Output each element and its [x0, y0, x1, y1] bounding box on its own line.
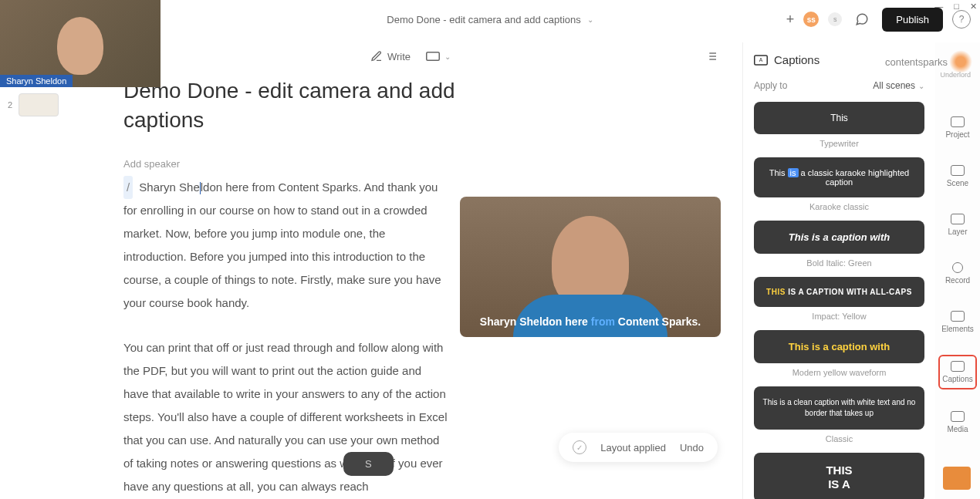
captions-icon: A	[754, 55, 768, 66]
check-icon: ✓	[573, 440, 586, 454]
keyboard-hint: S	[343, 452, 394, 476]
project-title-dropdown[interactable]: Demo Done - edit camera and add captions…	[387, 14, 593, 25]
caption-style-modern[interactable]: This is a caption with	[754, 330, 924, 363]
caption-style-bold-italic[interactable]: This is a caption with	[754, 221, 924, 254]
add-speaker-button[interactable]: Add speaker	[123, 158, 733, 170]
caption-style-karaoke[interactable]: This is a classic karaoke highlighted ca…	[754, 157, 924, 197]
svg-text:A: A	[759, 57, 763, 62]
rail-captions[interactable]: Captions	[938, 355, 977, 389]
apply-to-label: Apply to	[754, 80, 787, 91]
layout-toast: ✓ Layout applied Undo	[559, 433, 718, 462]
help-icon[interactable]: ?	[952, 10, 971, 29]
style-label: Modern yellow waveform	[754, 368, 924, 377]
transcript-segment[interactable]: ldon here from Content Sparks. And thank…	[123, 180, 441, 309]
style-label: Typewriter	[754, 139, 924, 148]
rail-elements[interactable]: Elements	[938, 306, 977, 338]
spark-icon	[949, 50, 972, 73]
brand-logo: contentsparks	[885, 50, 972, 73]
caption-style-impact[interactable]: THIS IS A CAPTION WITH ALL-CAPS	[754, 277, 924, 307]
avatar-secondary[interactable]: s	[828, 12, 842, 26]
chat-icon[interactable]	[851, 8, 873, 30]
rail-project[interactable]: Project	[938, 112, 977, 143]
undo-button[interactable]: Undo	[680, 442, 704, 453]
transcript[interactable]: / Sharyn Sheldon here from Content Spark…	[123, 176, 448, 498]
caption-highlight: from	[591, 315, 618, 328]
right-rail: Project Scene Layer Record Elements Capt…	[935, 42, 980, 499]
selector-value: All scenes	[873, 80, 915, 91]
media-icon	[951, 411, 965, 422]
subscribe-badge[interactable]	[943, 467, 971, 490]
project-icon	[951, 116, 965, 127]
scene-image	[19, 93, 59, 116]
caption-style-classic[interactable]: This is a clean caption with white text …	[754, 386, 924, 430]
rail-scene[interactable]: Scene	[938, 160, 977, 192]
rail-layer[interactable]: Layer	[938, 209, 977, 241]
brand-sub: Underlord	[940, 71, 971, 79]
scene-thumbnail[interactable]: 2	[8, 93, 153, 116]
caption-style-typewriter[interactable]: This	[754, 102, 924, 134]
face-placeholder	[57, 17, 103, 75]
transcript-segment[interactable]: You can print that off or just read thro…	[123, 336, 448, 498]
caption-text: Content Sparks.	[618, 315, 701, 328]
record-icon	[952, 262, 963, 273]
captions-panel: A Captions Apply to All scenes ⌄ This Ty…	[742, 42, 935, 499]
scene-icon	[951, 165, 965, 176]
scenes-selector[interactable]: All scenes ⌄	[873, 80, 924, 91]
write-tool[interactable]: Write	[370, 50, 411, 62]
editor-toolbar: Write ⌄	[108, 42, 733, 76]
caption-overlay: Sharyn Sheldon here from Content Sparks.	[480, 315, 701, 328]
style-label: Impact: Yellow	[754, 312, 924, 321]
avatar[interactable]: ss	[803, 12, 819, 27]
style-label: Bold Italic: Green	[754, 258, 924, 268]
chevron-down-icon: ⌄	[918, 82, 924, 90]
style-label: Karaoke classic	[754, 202, 924, 211]
publish-button[interactable]: Publish	[882, 8, 943, 32]
rail-media[interactable]: Media	[938, 406, 977, 438]
left-panel: Sharyn Sheldon 2	[0, 0, 161, 123]
svg-rect-0	[427, 52, 440, 61]
toast-message: Layout applied	[600, 442, 666, 453]
transcript-segment[interactable]: Sharyn She	[139, 180, 199, 194]
caption-text: Sharyn Sheldon here	[480, 315, 591, 328]
list-tool[interactable]	[705, 50, 718, 62]
speaker-name-label: Sharyn Sheldon	[0, 75, 73, 87]
caption-style-two-words[interactable]: THIS IS A	[754, 453, 924, 499]
video-preview[interactable]: Sharyn Sheldon here from Content Sparks.	[460, 197, 721, 337]
style-label: Classic	[754, 434, 924, 443]
camera-preview[interactable]: Sharyn Sheldon	[0, 0, 161, 87]
captions-icon	[951, 361, 965, 372]
elements-icon	[951, 311, 965, 322]
write-label: Write	[387, 51, 411, 62]
apply-to-row: Apply to All scenes ⌄	[754, 80, 924, 91]
marker-icon: /	[123, 176, 133, 199]
panel-title: Captions	[774, 53, 819, 66]
chevron-down-icon: ⌄	[587, 15, 593, 24]
add-icon[interactable]: +	[786, 12, 795, 28]
rail-record[interactable]: Record	[938, 258, 977, 289]
layer-icon	[951, 214, 965, 224]
page-title[interactable]: Demo Done - edit camera and add captions	[123, 76, 463, 135]
project-title: Demo Done - edit camera and add captions	[387, 14, 580, 25]
chevron-down-icon: ⌄	[444, 52, 451, 61]
layout-tool[interactable]: ⌄	[426, 52, 451, 61]
scene-number: 2	[8, 100, 12, 110]
